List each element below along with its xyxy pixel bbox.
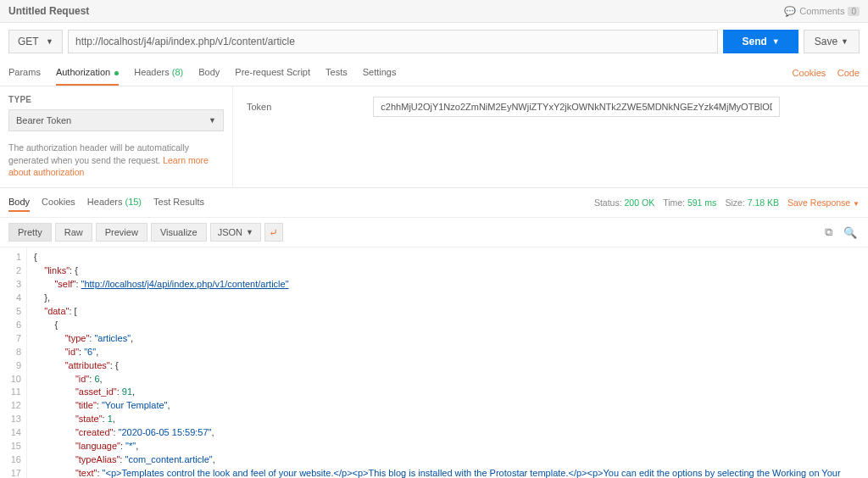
active-dot-icon [114,71,119,75]
tab-tests[interactable]: Tests [326,60,348,86]
json-code[interactable]: { "links": { "self": "http://localhost/j… [27,247,868,478]
tab-settings[interactable]: Settings [363,60,397,86]
chevron-down-icon: ▼ [853,200,860,208]
copy-icon[interactable]: ⧉ [819,223,837,242]
save-response-button[interactable]: Save Response ▼ [787,197,860,208]
auth-type-select[interactable]: Bearer Token ▼ [8,109,224,131]
auth-token-section: Token [233,86,868,187]
response-tabs: Body Cookies Headers (15) Test Results [8,193,204,212]
chevron-down-icon: ▼ [772,37,780,46]
request-header: Untitled Request 💬 Comments 0 [0,0,868,23]
response-tab-cookies[interactable]: Cookies [42,193,75,212]
response-view-row: Pretty Raw Preview Visualize JSON ▼ ⤶ ⧉ … [0,218,868,247]
token-label: Token [247,97,271,112]
tab-authorization[interactable]: Authorization [56,60,119,86]
tab-headers[interactable]: Headers (8) [134,60,183,86]
request-row: GET ▼ Send ▼ Save ▼ [0,23,868,60]
comment-icon: 💬 [784,6,796,17]
url-input[interactable] [68,30,718,53]
response-tab-body[interactable]: Body [8,193,30,212]
cookies-link[interactable]: Cookies [793,68,826,78]
response-status: Status: 200 OK Time: 591 ms Size: 7.18 K… [594,197,860,208]
response-header: Body Cookies Headers (15) Test Results S… [0,188,868,218]
auth-panel: TYPE Bearer Token ▼ The authorization he… [0,86,868,188]
view-pretty[interactable]: Pretty [8,223,52,242]
response-body: 1 2 3 4 5 6 7 8 9 10 11 12 13 14 15 16 1… [0,247,868,478]
chevron-down-icon: ▼ [46,37,53,46]
token-input[interactable] [373,97,780,117]
type-label: TYPE [8,95,224,104]
format-select[interactable]: JSON ▼ [210,223,261,242]
http-method-select[interactable]: GET ▼ [8,30,63,53]
save-button[interactable]: Save ▼ [804,30,860,53]
auth-help-text: The authorization header will be automat… [8,142,224,179]
request-tabs: Params Authorization Headers (8) Body Pr… [0,60,868,86]
chevron-down-icon: ▼ [209,116,216,125]
tab-params[interactable]: Params [8,60,41,86]
search-icon[interactable]: 🔍 [841,223,860,242]
chevron-down-icon: ▼ [841,37,849,46]
line-gutter: 1 2 3 4 5 6 7 8 9 10 11 12 13 14 15 16 1… [0,247,27,478]
send-button[interactable]: Send ▼ [723,30,798,53]
tab-body[interactable]: Body [198,60,220,86]
view-visualize[interactable]: Visualize [151,223,207,242]
response-tab-headers[interactable]: Headers (15) [87,193,142,212]
auth-type-section: TYPE Bearer Token ▼ The authorization he… [0,86,233,187]
request-title: Untitled Request [8,5,89,17]
response-tab-test-results[interactable]: Test Results [153,193,204,212]
code-link[interactable]: Code [837,68,860,78]
view-raw[interactable]: Raw [55,223,92,242]
wrap-icon[interactable]: ⤶ [264,223,283,242]
view-preview[interactable]: Preview [96,223,147,242]
tab-prerequest[interactable]: Pre-request Script [235,60,310,86]
tabs-right: Cookies Code [784,67,860,79]
comments-button[interactable]: 💬 Comments 0 [784,6,860,17]
chevron-down-icon: ▼ [246,228,253,236]
